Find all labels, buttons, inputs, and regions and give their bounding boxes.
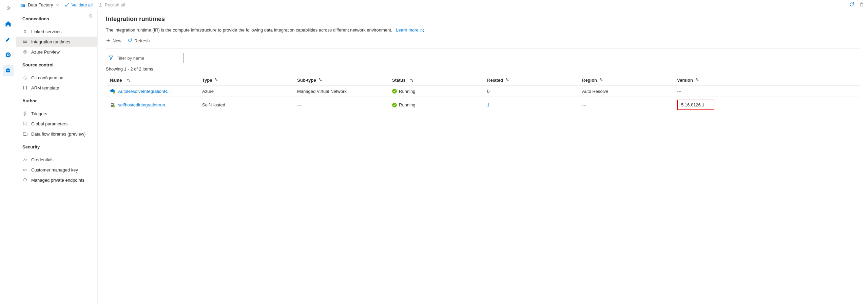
svg-point-20 (23, 169, 25, 170)
sidebar-item-credentials[interactable]: Credentials (16, 155, 97, 165)
chevron-down-icon (56, 3, 59, 7)
sidebar-item-data-flow-libraries[interactable]: Data flow libraries (preview) (16, 129, 97, 139)
filter-box (106, 53, 184, 63)
version-value: --- (677, 89, 681, 94)
runtime-name-link[interactable]: selfhostedintegrationrun... (118, 102, 169, 107)
sort-icon (318, 78, 322, 82)
delete-top-icon[interactable] (859, 2, 864, 8)
col-header-status[interactable]: Status (392, 78, 487, 83)
rail-manage-icon[interactable] (3, 65, 14, 76)
runtime-icon (22, 39, 28, 44)
learn-more-link[interactable]: Learn more (396, 27, 424, 33)
status-ok-icon (392, 103, 397, 107)
sidebar-item-git-configuration[interactable]: Git configuration (16, 73, 97, 83)
rail-monitor-icon[interactable] (3, 49, 14, 60)
refresh-top-icon[interactable] (849, 2, 854, 8)
sidebar: Connections Linked services Integration … (16, 10, 98, 304)
git-icon (22, 75, 28, 80)
subtype-cell: --- (297, 102, 392, 107)
sidebar-item-global-parameters[interactable]: Global parameters (16, 119, 97, 129)
col-label: Related (487, 78, 503, 83)
col-label: Type (202, 78, 212, 83)
col-label: Status (392, 78, 406, 83)
sidebar-item-label: Triggers (31, 111, 47, 116)
sidebar-item-label: Managed private endpoints (31, 178, 84, 183)
link-icon (22, 29, 28, 34)
svg-rect-3 (6, 69, 10, 72)
rail-expand-icon[interactable] (3, 3, 14, 14)
key-icon (22, 167, 28, 173)
new-button[interactable]: New (106, 38, 121, 44)
rail-home-icon[interactable] (3, 18, 14, 29)
refresh-button[interactable]: Refresh (128, 38, 150, 44)
subtype-cell: Managed Virtual Network (297, 89, 392, 94)
svg-point-13 (24, 41, 24, 41)
refresh-icon (128, 38, 132, 44)
runtime-name-link[interactable]: AutoResolveIntegrationR... (118, 89, 171, 94)
table-row: AutoResolveIntegrationR...AzureManaged V… (106, 86, 860, 97)
svg-point-2 (7, 54, 8, 56)
sidebar-item-integration-runtimes[interactable]: Integration runtimes (16, 37, 97, 47)
sidebar-item-label: Linked services (31, 29, 62, 34)
page-description: The integration runtime (IR) is the comp… (106, 27, 860, 33)
sidebar-item-label: Credentials (31, 157, 54, 162)
sort-icon (127, 78, 131, 82)
sidebar-item-label: Global parameters (31, 121, 67, 126)
runtime-row-icon (110, 88, 115, 94)
divider (22, 153, 91, 153)
refresh-label: Refresh (134, 38, 150, 43)
filter-icon (109, 55, 113, 61)
filter-input[interactable] (106, 53, 184, 63)
section-security-title: Security (16, 142, 97, 153)
validate-label: Validate all (71, 2, 93, 7)
sidebar-item-label: Integration runtimes (31, 39, 70, 44)
new-label: New (113, 38, 121, 43)
sidebar-item-arm-template[interactable]: ARM template (16, 83, 97, 93)
validate-all-button[interactable]: Validate all (64, 2, 93, 7)
sidebar-item-triggers[interactable]: Triggers (16, 108, 97, 119)
sidebar-item-linked-services[interactable]: Linked services (16, 26, 97, 37)
col-label: Name (110, 78, 122, 83)
collapse-sidebar-icon[interactable] (89, 14, 94, 19)
table-row: selfhostedintegrationrun...Self-Hosted--… (106, 97, 860, 113)
related-value: 0 (487, 89, 489, 94)
external-link-icon (420, 28, 424, 33)
sidebar-item-managed-private-endpoints[interactable]: Managed private endpoints (16, 175, 97, 185)
col-header-region[interactable]: Region (582, 78, 677, 83)
col-header-related[interactable]: Related (487, 78, 582, 83)
svg-point-14 (24, 42, 24, 42)
col-header-subtype[interactable]: Sub-type (297, 78, 392, 83)
sidebar-item-azure-purview[interactable]: Azure Purview (16, 47, 97, 57)
sidebar-item-label: Data flow libraries (preview) (31, 131, 85, 137)
cloud-lock-icon (22, 177, 28, 183)
page-description-text: The integration runtime (IR) is the comp… (106, 27, 392, 33)
trigger-icon (22, 111, 28, 116)
params-icon (22, 121, 28, 126)
col-header-name[interactable]: Name (107, 78, 202, 83)
type-cell: Self-Hosted (202, 102, 297, 107)
table-header: Name Type Sub-type Status Related Region… (106, 75, 860, 86)
svg-rect-4 (7, 68, 9, 69)
sidebar-item-label: Customer managed key (31, 167, 78, 173)
runtime-row-icon (110, 102, 115, 108)
sort-icon (410, 78, 414, 82)
page-title: Integration runtimes (106, 16, 860, 23)
breadcrumb[interactable]: Data Factory (20, 2, 59, 7)
publish-all-button: Publish all (98, 2, 125, 7)
sidebar-item-customer-managed-key[interactable]: Customer managed key (16, 165, 97, 175)
showing-text: Showing 1 - 2 of 2 items (106, 66, 860, 72)
divider (22, 71, 91, 71)
runtimes-table: Name Type Sub-type Status Related Region… (106, 75, 860, 113)
col-header-type[interactable]: Type (202, 78, 297, 83)
topbar: Data Factory Validate all Publish all (16, 0, 868, 10)
svg-rect-24 (111, 104, 113, 105)
svg-rect-23 (111, 104, 113, 104)
version-value: 5.16.8126.1 (677, 100, 714, 110)
content: Integration runtimes The integration run… (98, 10, 868, 304)
related-link[interactable]: 1 (487, 102, 489, 107)
status-text: Running (399, 89, 415, 94)
col-header-version[interactable]: Version (677, 78, 859, 83)
breadcrumb-label: Data Factory (28, 2, 53, 7)
learn-more-label: Learn more (396, 27, 418, 33)
rail-author-icon[interactable] (3, 34, 14, 45)
